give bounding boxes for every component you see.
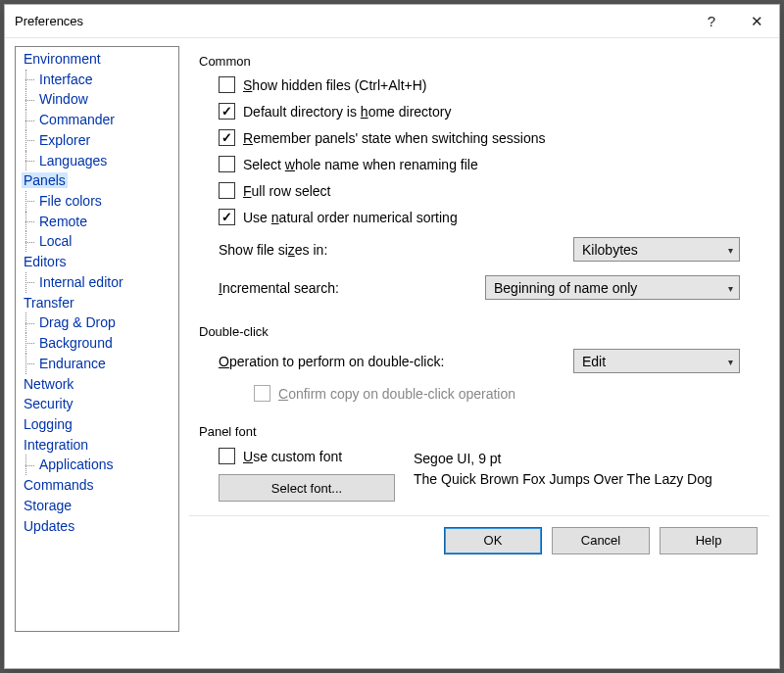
checkbox-label: Select whole name when renaming file (243, 157, 478, 172)
checkbox-show-hidden-files[interactable]: Show hidden files (Ctrl+Alt+H) (199, 72, 760, 98)
settings-panel: Common Show hidden files (Ctrl+Alt+H) ✓ … (189, 46, 769, 668)
tree-item-label: Drag & Drop (37, 314, 118, 330)
select-value: Beginning of name only (494, 280, 637, 296)
tree-item-label: Transfer (22, 295, 76, 311)
tree-item-label: Explorer (37, 132, 92, 148)
checkbox-label: Use natural order numerical sorting (243, 210, 458, 225)
checkbox-icon (219, 76, 235, 93)
tree-item-label: File colors (37, 193, 104, 209)
tree-item-storage[interactable]: Storage (20, 496, 178, 516)
select-file-sizes[interactable]: Kilobytes ▾ (573, 237, 740, 262)
field-double-click-operation: Operation to perform on double-click: Ed… (199, 342, 760, 380)
checkbox-icon (219, 182, 235, 199)
font-preview-name: Segoe UI, 9 pt (414, 449, 739, 469)
tree-item-label: Editors (22, 254, 69, 269)
tree-item-internal-editor[interactable]: Internal editor (20, 272, 178, 293)
chevron-down-icon: ▾ (728, 282, 733, 293)
tree-item-label: Integration (22, 437, 90, 453)
chevron-down-icon: ▾ (728, 244, 733, 255)
checkbox-label: Remember panels' state when switching se… (243, 130, 546, 146)
checkbox-default-directory[interactable]: ✓ Default directory is home directory (199, 98, 760, 124)
tree-item-label: Updates (22, 518, 76, 534)
checkbox-label: Confirm copy on double-click operation (278, 386, 515, 402)
checkbox-icon: ✓ (219, 103, 235, 120)
group-common: Common Show hidden files (Ctrl+Alt+H) ✓ … (189, 48, 769, 316)
tree-item-network[interactable]: Network (20, 374, 178, 395)
select-value: Edit (582, 354, 606, 369)
tree-item-label: Interface (37, 72, 94, 87)
tree-item-label: Endurance (37, 356, 108, 371)
tree-item-updates[interactable]: Updates (20, 516, 178, 537)
dialog-title: Preferences (15, 14, 689, 28)
tree-item-background[interactable]: Background (20, 333, 178, 354)
tree-item-file-colors[interactable]: File colors (20, 191, 178, 212)
tree-item-label: Storage (22, 498, 74, 513)
tree-item-remote[interactable]: Remote (20, 212, 178, 232)
tree-item-panels[interactable]: Panels (20, 170, 178, 191)
tree-item-label: Network (22, 376, 75, 392)
select-incremental-search[interactable]: Beginning of name only ▾ (485, 275, 740, 300)
tree-item-label: Languages (37, 153, 109, 168)
select-double-click-operation[interactable]: Edit ▾ (573, 349, 740, 373)
cancel-button[interactable]: Cancel (552, 527, 650, 554)
field-incremental-search: Incremental search: Beginning of name on… (199, 268, 760, 307)
tree-item-environment[interactable]: Environment (20, 49, 178, 70)
checkbox-icon: ✓ (219, 129, 235, 146)
tree-item-commander[interactable]: Commander (20, 110, 178, 130)
group-panel-font-title: Panel font (199, 424, 760, 442)
tree-item-logging[interactable]: Logging (20, 414, 178, 435)
titlebar: Preferences ? ✕ (5, 5, 779, 38)
tree-item-label: Internal editor (37, 274, 125, 290)
field-label: Incremental search: (219, 280, 473, 296)
tree-item-label: Local (37, 233, 74, 249)
tree-item-endurance[interactable]: Endurance (20, 354, 178, 374)
checkbox-select-whole-name[interactable]: Select whole name when renaming file (199, 151, 760, 177)
group-double-click-title: Double-click (199, 324, 760, 342)
checkbox-icon (219, 448, 235, 464)
select-value: Kilobytes (582, 242, 638, 258)
checkbox-label: Default directory is home directory (243, 104, 451, 120)
tree-item-security[interactable]: Security (20, 394, 178, 414)
tree-item-editors[interactable]: Editors (20, 252, 178, 272)
dialog-footer: OK Cancel Help (189, 515, 769, 564)
font-preview-sample: The Quick Brown Fox Jumps Over The Lazy … (414, 469, 739, 490)
tree-item-label: Background (37, 335, 115, 351)
tree-item-drag-drop[interactable]: Drag & Drop (20, 312, 178, 333)
tree-item-window[interactable]: Window (20, 89, 178, 110)
tree-item-label: Logging (22, 416, 74, 432)
tree-item-label: Environment (22, 51, 103, 67)
checkbox-icon (254, 385, 270, 402)
checkbox-label: Full row select (243, 183, 330, 199)
tree-item-interface[interactable]: Interface (20, 70, 178, 90)
tree-item-languages[interactable]: Languages (20, 151, 178, 171)
tree-item-applications[interactable]: Applications (20, 455, 178, 475)
checkbox-natural-order[interactable]: ✓ Use natural order numerical sorting (199, 204, 760, 230)
preferences-dialog: Preferences ? ✕ EnvironmentInterfaceWind… (4, 4, 780, 669)
checkbox-remember-panels[interactable]: ✓ Remember panels' state when switching … (199, 124, 760, 151)
group-double-click: Double-click Operation to perform on dou… (189, 318, 769, 416)
group-panel-font: Panel font Use custom font Select font..… (189, 418, 769, 515)
tree-item-label: Panels (22, 172, 68, 188)
ok-button[interactable]: OK (444, 527, 542, 554)
checkbox-full-row-select[interactable]: Full row select (199, 177, 760, 204)
tree-item-label: Commands (22, 477, 96, 493)
tree-item-transfer[interactable]: Transfer (20, 293, 178, 313)
checkbox-label: Use custom font (243, 449, 342, 464)
group-common-title: Common (199, 54, 760, 72)
select-font-button[interactable]: Select font... (219, 474, 395, 502)
tree-item-label: Applications (37, 457, 116, 472)
tree-item-commands[interactable]: Commands (20, 475, 178, 496)
checkbox-use-custom-font[interactable]: Use custom font (219, 448, 395, 464)
chevron-down-icon: ▾ (728, 356, 733, 366)
font-preview: Segoe UI, 9 pt The Quick Brown Fox Jumps… (413, 448, 740, 502)
category-tree[interactable]: EnvironmentInterfaceWindowCommanderExplo… (15, 46, 179, 632)
checkbox-icon: ✓ (219, 209, 235, 225)
tree-item-explorer[interactable]: Explorer (20, 130, 178, 151)
checkbox-label: Show hidden files (Ctrl+Alt+H) (243, 77, 427, 93)
tree-item-label: Remote (37, 214, 89, 229)
tree-item-local[interactable]: Local (20, 231, 178, 252)
help-button[interactable]: Help (660, 527, 758, 554)
help-button[interactable]: ? (689, 5, 734, 37)
tree-item-integration[interactable]: Integration (20, 435, 178, 456)
close-button[interactable]: ✕ (734, 5, 779, 37)
